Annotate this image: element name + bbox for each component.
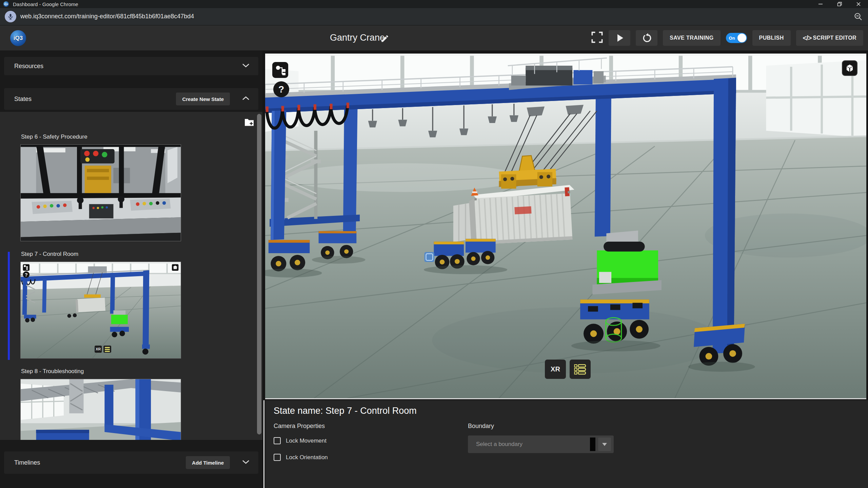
state-thumbnail-step8[interactable] bbox=[20, 379, 181, 440]
select-caret-block bbox=[590, 438, 595, 451]
state-thumbnail-step7[interactable]: ? XR bbox=[20, 262, 181, 359]
states-list: Step 6 - Safety Procedure bbox=[0, 112, 262, 440]
add-timeline-button[interactable]: Add Timeline bbox=[186, 456, 230, 469]
boundary-select[interactable]: Select a boundary bbox=[468, 435, 614, 453]
toggle-knob bbox=[737, 34, 746, 42]
restore-icon[interactable] bbox=[830, 0, 849, 8]
transform-gizmo-icon[interactable] bbox=[425, 252, 435, 262]
xr-label: XR bbox=[551, 365, 560, 373]
publish-button[interactable]: PUBLISH bbox=[752, 30, 791, 46]
screen: iQ3 Dashboard - Google Chrome web.iq3con… bbox=[0, 0, 868, 488]
states-section-header[interactable]: States Create New State bbox=[4, 88, 258, 110]
hierarchy-icon[interactable] bbox=[272, 62, 288, 78]
help-glyph: ? bbox=[278, 84, 284, 95]
url-text[interactable]: web.iq3connect.com/training-editor/681cf… bbox=[20, 13, 194, 20]
control-room-thumbnail-image bbox=[21, 145, 181, 241]
states-label: States bbox=[14, 96, 32, 103]
warehouse-3d-scene bbox=[265, 54, 866, 398]
script-editor-button[interactable]: </> SCRIPT EDITOR bbox=[796, 30, 863, 46]
cube-view-icon[interactable] bbox=[842, 60, 857, 76]
browser-urlbar: web.iq3connect.com/training-editor/681cf… bbox=[0, 8, 868, 25]
play-button[interactable] bbox=[609, 30, 630, 46]
help-icon[interactable]: ? bbox=[273, 81, 289, 97]
state-label[interactable]: Step 7 - Control Room bbox=[21, 251, 78, 258]
troubleshooting-thumbnail-image bbox=[21, 379, 181, 440]
states-scrollbar[interactable] bbox=[257, 114, 261, 434]
zoom-out-icon[interactable] bbox=[854, 12, 863, 22]
state-name-heading: State name: Step 7 - Control Room bbox=[274, 406, 417, 416]
viewport-3d[interactable] bbox=[265, 54, 866, 399]
svg-text:?: ? bbox=[25, 272, 28, 278]
resources-label: Resources bbox=[14, 63, 43, 70]
mic-icon[interactable] bbox=[5, 11, 16, 22]
lock-orientation-checkbox[interactable] bbox=[274, 454, 281, 461]
timelines-label: Timelines bbox=[14, 459, 40, 466]
minimize-icon[interactable] bbox=[811, 0, 830, 8]
script-editor-label: SCRIPT EDITOR bbox=[813, 35, 856, 41]
xr-mode-button[interactable]: XR bbox=[545, 360, 566, 379]
lock-orientation-label: Lock Orientation bbox=[286, 454, 328, 461]
panel-divider[interactable] bbox=[263, 400, 264, 488]
state-properties-panel: State name: Step 7 - Control Room Camera… bbox=[265, 400, 868, 488]
undo-icon bbox=[642, 33, 652, 43]
code-icon: </> bbox=[803, 34, 812, 42]
crane-scene-thumbnail-image: ? XR bbox=[21, 262, 181, 358]
state-label[interactable]: Step 6 - Safety Procedure bbox=[21, 134, 87, 140]
toggle-on-label: On bbox=[729, 36, 735, 41]
publish-toggle[interactable]: On bbox=[726, 33, 747, 43]
create-new-state-button[interactable]: Create New State bbox=[176, 93, 230, 105]
lock-movement-row[interactable]: Lock Movement bbox=[274, 437, 327, 444]
window-title: Dashboard - Google Chrome bbox=[13, 1, 78, 7]
state-list-icon[interactable] bbox=[570, 360, 591, 379]
state-label[interactable]: Step 8 - Troubleshooting bbox=[21, 368, 84, 375]
select-arrow-button[interactable] bbox=[598, 438, 611, 451]
undo-button[interactable] bbox=[636, 30, 657, 46]
state-thumbnail-step6[interactable] bbox=[20, 144, 181, 241]
window-controls bbox=[811, 0, 868, 8]
chevron-up-icon[interactable] bbox=[242, 96, 250, 102]
save-training-button[interactable]: SAVE TRAINING bbox=[663, 30, 720, 46]
lock-orientation-row[interactable]: Lock Orientation bbox=[274, 454, 328, 461]
play-icon bbox=[617, 34, 623, 42]
svg-text:XR: XR bbox=[96, 347, 101, 351]
boundary-placeholder: Select a boundary bbox=[476, 441, 522, 448]
timelines-section-header[interactable]: Timelines Add Timeline bbox=[4, 451, 258, 474]
add-state-group-icon[interactable] bbox=[244, 118, 254, 128]
resources-section-header[interactable]: Resources bbox=[4, 57, 258, 75]
edit-title-icon[interactable] bbox=[380, 34, 389, 44]
boundary-label: Boundary bbox=[468, 423, 494, 430]
chevron-down-icon[interactable] bbox=[242, 460, 250, 466]
lock-movement-label: Lock Movement bbox=[286, 438, 327, 444]
header-actions: SAVE TRAINING On PUBLISH </> SCRIPT EDIT… bbox=[591, 30, 863, 46]
training-title: Gantry Crane bbox=[330, 33, 385, 43]
tab-favicon: iQ3 bbox=[3, 1, 9, 7]
iq3-logo[interactable]: iQ3 bbox=[10, 30, 26, 46]
fullscreen-icon[interactable] bbox=[591, 31, 603, 45]
lock-movement-checkbox[interactable] bbox=[274, 437, 281, 444]
selected-state-indicator bbox=[8, 252, 10, 360]
browser-titlebar: iQ3 Dashboard - Google Chrome bbox=[0, 0, 868, 8]
close-icon[interactable] bbox=[849, 0, 868, 8]
arrow-down-icon bbox=[602, 443, 607, 446]
chevron-down-icon[interactable] bbox=[242, 63, 250, 69]
sidebar: Resources States Create New State Step 6… bbox=[0, 51, 262, 488]
app-header: iQ3 Gantry Crane SAVE TRAINING On PUBLIS… bbox=[0, 25, 868, 51]
camera-properties-label: Camera Properties bbox=[274, 423, 325, 430]
